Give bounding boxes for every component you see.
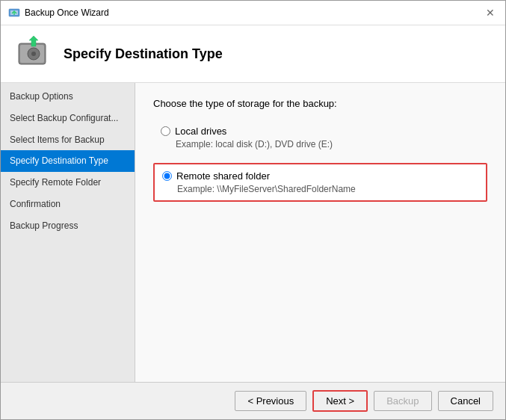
remote-folder-text: Remote shared folder <box>176 170 270 182</box>
wizard-header: Specify Destination Type <box>1 25 505 83</box>
header-icon <box>16 36 52 72</box>
sidebar-item-select-backup-config[interactable]: Select Backup Configurat... <box>1 108 135 129</box>
page-title: Specify Destination Type <box>64 46 223 62</box>
wizard-body: Backup Options Select Backup Configurat.… <box>1 83 505 382</box>
close-button[interactable]: ✕ <box>483 7 498 18</box>
sidebar-item-backup-options[interactable]: Backup Options <box>1 86 135 108</box>
sidebar: Backup Options Select Backup Configurat.… <box>1 83 135 382</box>
content-area: Choose the type of storage for the backu… <box>135 83 505 382</box>
window-title: Backup Once Wizard <box>25 7 109 18</box>
title-bar-left: Backup Once Wizard <box>8 7 109 19</box>
sidebar-item-backup-progress[interactable]: Backup Progress <box>1 215 135 237</box>
wizard-window: Backup Once Wizard ✕ Specify Destination… <box>0 0 506 420</box>
local-drives-option: Local drives Example: local disk (D:), D… <box>153 120 487 155</box>
sidebar-item-specify-destination[interactable]: Specify Destination Type <box>1 150 135 172</box>
remote-folder-option: Remote shared folder Example: \\MyFileSe… <box>153 163 487 202</box>
app-icon <box>8 7 20 19</box>
local-drives-radio[interactable] <box>161 126 170 136</box>
next-button[interactable]: Next > <box>312 390 368 412</box>
remote-folder-radio[interactable] <box>162 171 172 181</box>
sidebar-item-select-items[interactable]: Select Items for Backup <box>1 129 135 151</box>
local-drives-example: Example: local disk (D:), DVD drive (E:) <box>176 139 480 149</box>
wizard-footer: < Previous Next > Backup Cancel <box>1 382 505 419</box>
sidebar-item-confirmation[interactable]: Confirmation <box>1 194 135 215</box>
title-bar: Backup Once Wizard ✕ <box>1 1 505 25</box>
remote-folder-label[interactable]: Remote shared folder <box>162 170 478 182</box>
local-drives-text: Local drives <box>175 126 226 137</box>
previous-button[interactable]: < Previous <box>235 391 306 411</box>
option-group: Local drives Example: local disk (D:), D… <box>153 120 487 202</box>
remote-folder-example: Example: \\MyFileServer\SharedFolderName <box>177 184 478 194</box>
sidebar-item-specify-remote[interactable]: Specify Remote Folder <box>1 172 135 194</box>
svg-point-5 <box>31 52 36 56</box>
local-drives-label[interactable]: Local drives <box>161 126 480 137</box>
content-instruction: Choose the type of storage for the backu… <box>153 98 487 109</box>
cancel-button[interactable]: Cancel <box>438 391 493 411</box>
backup-button[interactable]: Backup <box>374 391 431 411</box>
